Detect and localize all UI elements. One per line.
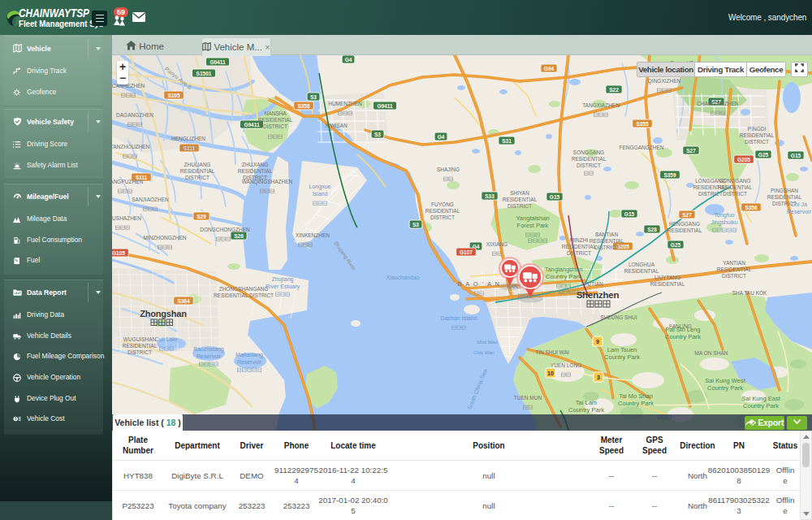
svg-text:BaozhatangReservoir: BaozhatangReservoir (193, 346, 223, 359)
svg-text:S3: S3 (412, 222, 419, 228)
svg-text:Tai Mo ShanCountry Park: Tai Mo ShanCountry Park (618, 392, 654, 407)
svg-text:S29: S29 (197, 214, 206, 219)
svg-text:G9411: G9411 (377, 103, 393, 109)
svg-text:S356: S356 (745, 205, 758, 210)
svg-text:CHANG'ANZHEN: CHANG'ANZHEN (697, 101, 739, 106)
svg-text:G4: G4 (345, 57, 352, 63)
svg-text:S22: S22 (609, 87, 619, 93)
svg-text:Xiaochandao: Xiaochandao (387, 275, 420, 280)
svg-text:S359: S359 (663, 172, 676, 178)
svg-text:HUANGPUZHEN: HUANGPUZHEN (112, 179, 143, 184)
svg-text:10: 10 (547, 370, 554, 376)
svg-text:HUMENZHEN: HUMENZHEN (328, 101, 362, 106)
svg-text:Cuii Lake: Cuii Lake (154, 336, 178, 342)
svg-text:S3: S3 (310, 94, 317, 100)
svg-text:B A O ' A N: B A O ' A N (458, 280, 501, 288)
svg-text:DAGANGZHEN: DAGANGZHEN (116, 112, 153, 118)
svg-text:S28: S28 (647, 227, 657, 232)
svg-text:LONGHUARESIDENTIAL: LONGHUARESIDENTIAL (624, 262, 659, 274)
svg-text:YUEN LONG: YUEN LONG (551, 362, 581, 368)
svg-text:TANZHOUZHEN: TANZHOUZHEN (112, 144, 150, 150)
svg-text:S1501: S1501 (197, 71, 212, 76)
svg-text:G15: G15 (550, 194, 560, 200)
svg-text:G0411: G0411 (209, 59, 226, 65)
svg-text:G105: G105 (112, 250, 125, 256)
svg-text:SHEUNG SHUI: SHEUNG SHUI (600, 314, 637, 320)
svg-text:SHAJING: SHAJING (437, 167, 460, 172)
svg-text:MA ON SHAN: MA ON SHAN (695, 350, 728, 356)
svg-text:SHA TAU KOK: SHA TAU KOK (732, 290, 767, 296)
svg-text:FENGGANGZHEN: FENGGANGZHEN (620, 145, 664, 150)
svg-text:G205: G205 (737, 157, 750, 162)
svg-text:QINGXIZHEN: QINGXIZHEN (648, 78, 681, 84)
svg-text:G25: G25 (758, 152, 769, 158)
svg-text:G25: G25 (671, 242, 681, 248)
svg-text:DONGCHONGZHEN: DONGCHONGZHEN (200, 227, 250, 232)
svg-text:S33: S33 (485, 193, 495, 199)
svg-text:HENGLIZHEN: HENGLIZHEN (171, 136, 205, 141)
svg-text:TUEN MUN: TUEN MUN (514, 395, 542, 401)
svg-text:G15: G15 (791, 153, 801, 158)
svg-text:TIN SHUI WAI: TIN SHUI WAI (535, 349, 569, 355)
svg-text:XINKENZHEN: XINKENZHEN (296, 232, 330, 238)
svg-text:S27: S27 (682, 212, 692, 218)
svg-text:S3: S3 (374, 132, 381, 137)
svg-text:XIXIANG: XIXIANG (486, 241, 508, 247)
svg-text:G107: G107 (460, 249, 473, 255)
svg-text:Sai Kung EastCountry Park: Sai Kung EastCountry Park (741, 395, 780, 410)
svg-text:TongfuoJingshuiku: TongfuoJingshuiku (710, 212, 737, 226)
svg-text:S27: S27 (686, 148, 696, 154)
svg-text:TANGXIAZHEN: TANGXIAZHEN (582, 102, 620, 108)
svg-text:Zhongshan: Zhongshan (140, 309, 187, 318)
svg-text:ZHONGSHANGANGRESIDENTIAL DISTR: ZHONGSHANGANGRESIDENTIAL DISTRICT (214, 286, 274, 298)
svg-text:3: 3 (597, 375, 600, 380)
svg-text:S355: S355 (636, 121, 649, 127)
svg-text:LIUYTANGRESIDENTIAL: LIUYTANGRESIDENTIAL (650, 275, 685, 287)
svg-text:Shui Wan: Shui Wan (477, 340, 498, 344)
svg-text:Pat Sin LengCountry Park: Pat Sin LengCountry Park (665, 326, 701, 340)
svg-text:Dachan Island: Dachan Island (441, 315, 477, 321)
svg-text:S31: S31 (502, 138, 512, 144)
svg-text:MallaolangReservoir: MallaolangReservoir (235, 352, 263, 365)
svg-text:Sai Kung WestCountry Park: Sai Kung WestCountry Park (705, 377, 745, 392)
svg-text:TanglangshanCountry Park: TanglangshanCountry Park (545, 266, 583, 280)
svg-text:Lam TsuenCountry Park: Lam TsuenCountry Park (604, 346, 640, 361)
svg-text:G15: G15 (624, 211, 635, 217)
svg-text:SANJIAOZHEN: SANJIAOZHEN (132, 197, 169, 202)
svg-text:X WISAN: X WISAN (325, 123, 348, 128)
svg-text:FUTIAN: FUTIAN (584, 281, 603, 287)
svg-text:S364: S364 (177, 298, 190, 304)
svg-text:MINZHONGZHEN: MINZHONGZHEN (143, 235, 186, 240)
svg-text:$: $ (15, 418, 17, 422)
svg-text:FUSHAZHEN: FUSHAZHEN (112, 215, 141, 221)
svg-text:S105: S105 (167, 93, 180, 98)
svg-text:Shenzhen: Shenzhen (577, 290, 620, 300)
svg-text:G4: G4 (438, 134, 445, 140)
svg-text:YangtaishanForest Park: YangtaishanForest Park (516, 214, 549, 229)
svg-text:G94: G94 (544, 66, 555, 72)
svg-text:S358: S358 (297, 103, 310, 109)
svg-text:S26: S26 (234, 233, 244, 239)
svg-text:Chik Wan: Chik Wan (473, 350, 495, 355)
svg-text:9: 9 (596, 339, 599, 344)
svg-text:HENGGANGRESIDENTIAL: HENGGANGRESIDENTIAL (667, 221, 702, 233)
